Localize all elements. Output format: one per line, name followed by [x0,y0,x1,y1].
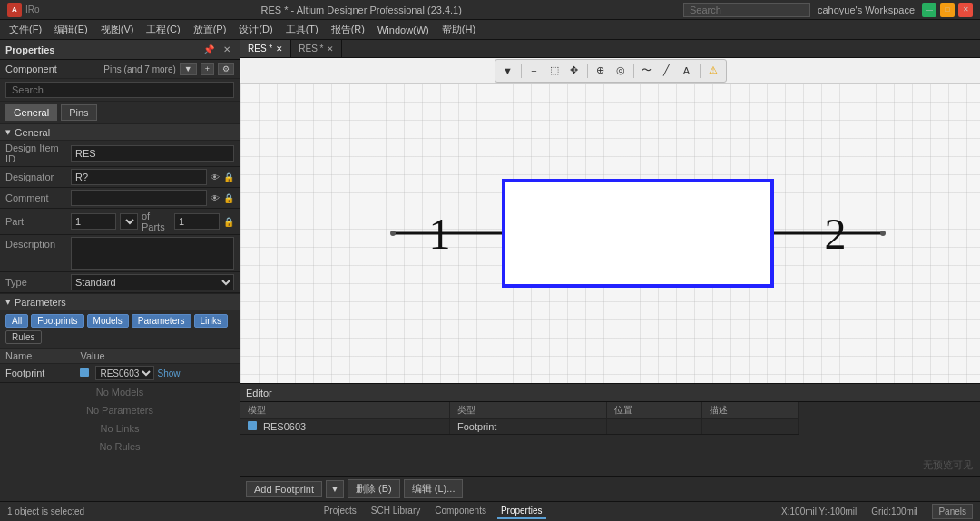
panel-close-button[interactable]: ✕ [220,43,234,57]
design-item-id-input[interactable] [71,145,234,162]
filter-footprints-button[interactable]: Footprints [31,314,83,328]
general-pins-tabs: General Pins [0,102,240,124]
editor-cell-type: Footprint [449,419,606,435]
iro-label: IRo [25,5,40,15]
properties-scroll-area[interactable]: ▾ General Design Item ID Designator 👁 🔒 [0,124,240,501]
right-area: RES * ✕ RES * ✕ ▼ + ⬚ ✥ ⊕ ◎ 〜 ╱ A [240,40,980,501]
maximize-button[interactable]: □ [940,3,955,17]
menu-help[interactable]: 帮助(H) [436,21,481,38]
editor-cell-model: RES0603 [240,419,449,435]
comment-lock-icon[interactable]: 🔒 [223,193,234,203]
part-input[interactable] [71,213,116,230]
menu-view[interactable]: 视图(V) [95,21,140,38]
toolbar-move-button[interactable]: ✥ [565,62,583,80]
pin1-dot [390,231,396,236]
doc-tab-res1[interactable]: RES * ✕ [240,40,291,57]
of-parts-label: of Parts [142,211,171,232]
add-footprint-arrow[interactable]: ▼ [326,480,344,498]
panels-button[interactable]: Panels [932,504,973,519]
designator-eye-icon[interactable]: 👁 [211,172,220,182]
menu-report[interactable]: 报告(R) [326,21,370,38]
search-row [0,79,240,102]
editor-cell-position [606,419,702,435]
menu-file[interactable]: 文件(F) [4,21,47,38]
pin2-dot [880,231,886,236]
part-select[interactable]: ▼ [120,213,138,230]
toolbar-filter-button[interactable]: ▼ [499,62,517,80]
editor-col-type: 类型 [449,402,606,419]
comment-input[interactable] [71,190,207,206]
doc-tab-res2-close[interactable]: ✕ [327,44,334,54]
close-button[interactable]: ✕ [958,3,973,17]
global-search-input[interactable] [683,3,810,17]
show-link[interactable]: Show [158,369,181,378]
table-row[interactable]: RES0603 Footprint [240,419,799,435]
footprint-select[interactable]: RES0603 [95,366,154,380]
tab-projects[interactable]: Projects [320,504,360,519]
general-section-label: General [15,127,50,138]
toolbar-text-button[interactable]: A [678,62,696,80]
part-lock-icon[interactable]: 🔒 [223,217,234,227]
resistor-component[interactable]: 1 2 [502,179,774,288]
tab-pins[interactable]: Pins [61,104,96,121]
comment-value: 👁 🔒 [71,190,234,206]
status-left: 1 object is selected [7,506,84,516]
filter-icon[interactable]: ▼ [180,63,197,75]
filter-rules-button[interactable]: Rules [5,330,42,344]
minimize-button[interactable]: — [922,3,936,17]
filter-models-button[interactable]: Models [87,314,129,328]
add-footprint-button[interactable]: Add Footprint [246,481,322,497]
parameters-section: ▾ Parameters All Footprints Models Param… [0,293,240,456]
toolbar-warning-button[interactable]: ⚠ [704,62,722,80]
toolbar-select-button[interactable]: ⬚ [545,62,564,80]
filter-all-button[interactable]: All [5,314,28,328]
filter-parameters-button[interactable]: Parameters [132,314,191,328]
designator-lock-icon[interactable]: 🔒 [223,172,234,182]
editor-header: Editor [240,384,980,402]
tab-properties[interactable]: Properties [497,504,546,519]
add-icon[interactable]: + [201,63,214,75]
designator-value: 👁 🔒 [71,169,234,185]
menu-project[interactable]: 工程(C) [141,21,185,38]
description-textarea[interactable] [71,237,234,270]
editor-panel: Editor 模型 类型 位置 描述 [240,383,980,501]
settings-icon[interactable]: ⚙ [218,63,234,75]
doc-tab-res1-close[interactable]: ✕ [276,44,283,54]
parameters-section-header[interactable]: ▾ Parameters [0,294,240,310]
type-select[interactable]: Standard [71,274,234,290]
menu-edit[interactable]: 编辑(E) [49,21,93,38]
footprint-name-cell: Footprint [0,364,74,383]
editor-preview-area: 无预览可见 [799,402,980,476]
panel-controls: 📌 ✕ [201,43,234,57]
menu-tools[interactable]: 工具(T) [280,21,324,38]
filter-links-button[interactable]: Links [194,314,228,328]
of-parts-input[interactable] [174,213,220,230]
panel-pin-button[interactable]: 📌 [201,43,216,57]
general-section-header[interactable]: ▾ General [0,124,240,141]
tab-sch-library[interactable]: SCH Library [368,504,424,519]
toolbar-wire-button[interactable]: 〜 [638,62,656,80]
toolbar-cursor-button[interactable]: + [525,62,544,80]
editor-col-model: 模型 [240,402,449,419]
editor-title: Editor [246,388,272,398]
toolbar-pan-button[interactable]: ◎ [612,62,630,80]
comment-eye-icon[interactable]: 👁 [211,193,220,203]
tab-general[interactable]: General [5,104,57,121]
properties-search-input[interactable] [5,82,234,98]
design-item-id-value [71,145,234,162]
designator-input[interactable] [71,169,207,185]
toolbar-sep2 [587,64,588,78]
component-row: Component Pins (and 7 more) ▼ + ⚙ [0,60,240,79]
toolbar-zoom-button[interactable]: ⊕ [592,62,610,80]
toolbar-line-button[interactable]: ╱ [658,62,676,80]
delete-button[interactable]: 删除 (B) [348,479,400,498]
menu-window[interactable]: Window(W) [372,23,435,37]
doc-tab-res2[interactable]: RES * ✕ [291,40,342,57]
tab-components[interactable]: Components [431,504,490,519]
edit-button[interactable]: 编辑 (L)... [404,479,464,498]
toolbar-sep3 [633,64,634,78]
schematic-canvas[interactable]: 1 2 [240,84,980,383]
menu-place[interactable]: 放置(P) [188,21,232,38]
menu-design[interactable]: 设计(D) [233,21,278,38]
parameters-chevron-icon: ▾ [5,296,11,308]
